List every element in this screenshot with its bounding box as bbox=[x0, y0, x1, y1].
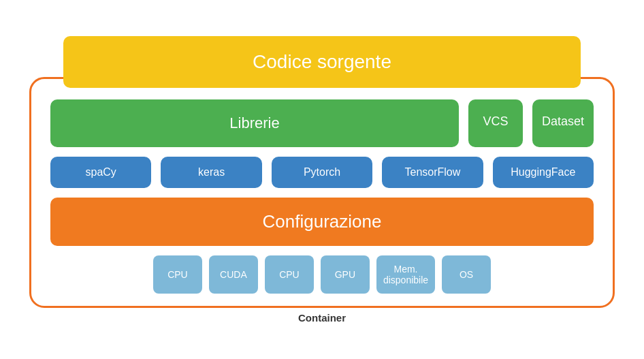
container-text: Container bbox=[298, 312, 346, 324]
hw-cuda: CUDA bbox=[209, 255, 258, 294]
container-label: Container bbox=[298, 312, 346, 324]
hw-cpu2-label: CPU bbox=[279, 269, 300, 280]
diagram-wrapper: Codice sorgente Librerie VCS Dataset spa… bbox=[22, 36, 622, 324]
hw-cpu1-label: CPU bbox=[167, 269, 188, 280]
librerie-label: Librerie bbox=[229, 114, 279, 131]
codice-sorgente-box: Codice sorgente bbox=[63, 36, 581, 88]
lib-huggingface-label: HuggingFace bbox=[511, 166, 575, 178]
codice-sorgente-label: Codice sorgente bbox=[253, 51, 391, 72]
dataset-label: Dataset bbox=[542, 114, 584, 128]
hw-os-label: OS bbox=[460, 269, 473, 280]
lib-pytorch-label: Pytorch bbox=[304, 166, 340, 178]
vcs-label: VCS bbox=[483, 114, 508, 128]
lib-item-huggingface: HuggingFace bbox=[493, 157, 594, 188]
hw-gpu: GPU bbox=[321, 255, 370, 294]
lib-item-keras: keras bbox=[161, 157, 261, 188]
configurazione-label: Configurazione bbox=[263, 211, 382, 232]
lib-item-pytorch: Pytorch bbox=[272, 157, 372, 188]
row-librerie: Librerie VCS Dataset bbox=[50, 99, 594, 147]
dataset-box: Dataset bbox=[532, 99, 594, 147]
lib-item-spacy: spaCy bbox=[50, 157, 151, 188]
hw-gpu-label: GPU bbox=[335, 269, 355, 280]
lib-keras-label: keras bbox=[198, 166, 225, 178]
hw-mem: Mem. disponibile bbox=[376, 255, 435, 294]
row-lib-items: spaCy keras Pytorch TensorFlow HuggingFa… bbox=[50, 157, 594, 188]
configurazione-box: Configurazione bbox=[50, 198, 594, 246]
lib-item-tensorflow: TensorFlow bbox=[382, 157, 483, 188]
librerie-box: Librerie bbox=[50, 99, 459, 147]
hw-cpu2: CPU bbox=[265, 255, 314, 294]
lib-spacy-label: spaCy bbox=[86, 166, 116, 178]
lib-tensorflow-label: TensorFlow bbox=[405, 166, 461, 178]
vcs-box: VCS bbox=[468, 99, 523, 147]
hw-mem-label: Mem. disponibile bbox=[383, 264, 428, 285]
hw-cpu1: CPU bbox=[153, 255, 202, 294]
hw-cuda-label: CUDA bbox=[220, 269, 247, 280]
row-hw-items: CPU CUDA CPU GPU Mem. disponibile OS bbox=[50, 255, 594, 294]
container-box: Librerie VCS Dataset spaCy keras Pytorch… bbox=[29, 77, 615, 308]
hw-os: OS bbox=[442, 255, 491, 294]
